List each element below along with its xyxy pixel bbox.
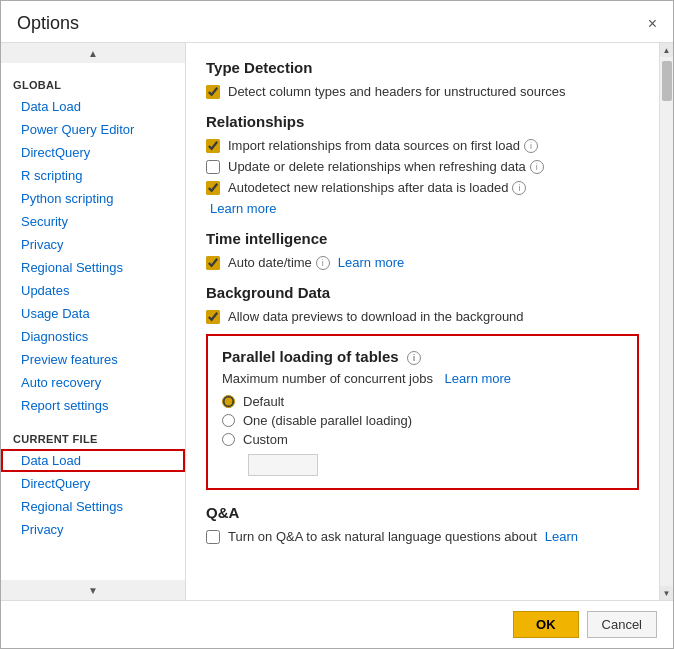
update-relationships-label: Update or delete relationships when refr… bbox=[228, 159, 526, 174]
autodetect-relationships-info-icon: i bbox=[512, 181, 526, 195]
main-scrollbar: ▲ ▼ bbox=[659, 43, 673, 600]
radio-one-row: One (disable parallel loading) bbox=[222, 413, 623, 428]
sidebar-item-r-scripting[interactable]: R scripting bbox=[1, 164, 185, 187]
type-detection-checkbox-row: Detect column types and headers for unst… bbox=[206, 84, 639, 99]
relationships-learn-more-row: Learn more bbox=[206, 201, 639, 216]
sidebar-item-usage-data[interactable]: Usage Data bbox=[1, 302, 185, 325]
dialog-title: Options bbox=[17, 13, 79, 34]
radio-one-label: One (disable parallel loading) bbox=[243, 413, 412, 428]
sidebar-item-diagnostics[interactable]: Diagnostics bbox=[1, 325, 185, 348]
qa-checkbox-row: Turn on Q&A to ask natural language ques… bbox=[206, 529, 639, 544]
update-relationships-row: Update or delete relationships when refr… bbox=[206, 159, 639, 174]
sidebar-item-regional-settings-current[interactable]: Regional Settings bbox=[1, 495, 185, 518]
parallel-loading-info-icon: i bbox=[407, 351, 421, 365]
options-dialog: Options × ▲ GLOBAL Data Load Power Query… bbox=[0, 0, 674, 649]
sidebar-item-updates[interactable]: Updates bbox=[1, 279, 185, 302]
qa-checkbox[interactable] bbox=[206, 530, 220, 544]
relationships-learn-more-link[interactable]: Learn more bbox=[210, 201, 276, 216]
parallel-loading-title: Parallel loading of tables i bbox=[222, 348, 623, 365]
sidebar-scroll-area: GLOBAL Data Load Power Query Editor Dire… bbox=[1, 63, 185, 580]
custom-jobs-input[interactable] bbox=[248, 454, 318, 476]
autodetect-relationships-row: Autodetect new relationships after data … bbox=[206, 180, 639, 195]
time-intelligence-title: Time intelligence bbox=[206, 230, 639, 247]
sidebar-item-regional-settings-global[interactable]: Regional Settings bbox=[1, 256, 185, 279]
import-relationships-row: Import relationships from data sources o… bbox=[206, 138, 639, 153]
import-relationships-checkbox[interactable] bbox=[206, 139, 220, 153]
radio-one[interactable] bbox=[222, 414, 235, 427]
radio-default-row: Default bbox=[222, 394, 623, 409]
sidebar-item-directquery-current[interactable]: DirectQuery bbox=[1, 472, 185, 495]
dialog-footer: OK Cancel bbox=[1, 600, 673, 648]
sidebar-item-python-scripting[interactable]: Python scripting bbox=[1, 187, 185, 210]
sidebar-item-power-query-editor[interactable]: Power Query Editor bbox=[1, 118, 185, 141]
import-relationships-label: Import relationships from data sources o… bbox=[228, 138, 520, 153]
sidebar-item-privacy-current[interactable]: Privacy bbox=[1, 518, 185, 541]
radio-custom[interactable] bbox=[222, 433, 235, 446]
sidebar-item-directquery-global[interactable]: DirectQuery bbox=[1, 141, 185, 164]
allow-data-previews-label: Allow data previews to download in the b… bbox=[228, 309, 524, 324]
qa-title: Q&A bbox=[206, 504, 639, 521]
update-relationships-info-icon: i bbox=[530, 160, 544, 174]
import-relationships-info-icon: i bbox=[524, 139, 538, 153]
current-file-section-label: CURRENT FILE bbox=[1, 425, 185, 449]
sidebar-item-report-settings[interactable]: Report settings bbox=[1, 394, 185, 417]
detect-column-types-label: Detect column types and headers for unst… bbox=[228, 84, 565, 99]
autodetect-relationships-checkbox[interactable] bbox=[206, 181, 220, 195]
detect-column-types-checkbox[interactable] bbox=[206, 85, 220, 99]
main-scroll-area: Type Detection Detect column types and h… bbox=[186, 43, 659, 600]
radio-custom-row: Custom bbox=[222, 432, 623, 447]
qa-label: Turn on Q&A to ask natural language ques… bbox=[228, 529, 537, 544]
parallel-loading-subtitle: Maximum number of concurrent jobs Learn … bbox=[222, 371, 623, 386]
background-data-title: Background Data bbox=[206, 284, 639, 301]
sidebar-item-auto-recovery[interactable]: Auto recovery bbox=[1, 371, 185, 394]
ok-button[interactable]: OK bbox=[513, 611, 579, 638]
time-intelligence-learn-more-link[interactable]: Learn more bbox=[338, 255, 404, 270]
sidebar-scroll-up-button[interactable]: ▲ bbox=[1, 43, 185, 63]
close-button[interactable]: × bbox=[648, 16, 657, 32]
type-detection-title: Type Detection bbox=[206, 59, 639, 76]
sidebar: ▲ GLOBAL Data Load Power Query Editor Di… bbox=[1, 43, 186, 600]
relationships-title: Relationships bbox=[206, 113, 639, 130]
radio-default-label: Default bbox=[243, 394, 284, 409]
auto-datetime-row: Auto date/time i Learn more bbox=[206, 255, 639, 270]
sidebar-item-data-load-global[interactable]: Data Load bbox=[1, 95, 185, 118]
qa-learn-link[interactable]: Learn bbox=[545, 529, 578, 544]
scrollbar-down-button[interactable]: ▼ bbox=[660, 586, 673, 600]
background-data-row: Allow data previews to download in the b… bbox=[206, 309, 639, 324]
sidebar-item-data-load-current[interactable]: Data Load bbox=[1, 449, 185, 472]
global-section-label: GLOBAL bbox=[1, 71, 185, 95]
auto-datetime-checkbox[interactable] bbox=[206, 256, 220, 270]
scrollbar-up-button[interactable]: ▲ bbox=[660, 43, 673, 57]
radio-custom-label: Custom bbox=[243, 432, 288, 447]
cancel-button[interactable]: Cancel bbox=[587, 611, 657, 638]
allow-data-previews-checkbox[interactable] bbox=[206, 310, 220, 324]
sidebar-scroll-down-button[interactable]: ▼ bbox=[1, 580, 185, 600]
parallel-loading-box: Parallel loading of tables i Maximum num… bbox=[206, 334, 639, 490]
update-relationships-checkbox[interactable] bbox=[206, 160, 220, 174]
auto-datetime-info-icon: i bbox=[316, 256, 330, 270]
sidebar-item-privacy-global[interactable]: Privacy bbox=[1, 233, 185, 256]
autodetect-relationships-label: Autodetect new relationships after data … bbox=[228, 180, 508, 195]
sidebar-item-preview-features[interactable]: Preview features bbox=[1, 348, 185, 371]
dialog-header: Options × bbox=[1, 1, 673, 43]
main-panel: Type Detection Detect column types and h… bbox=[186, 43, 673, 600]
parallel-loading-learn-more-link[interactable]: Learn more bbox=[445, 371, 511, 386]
radio-default[interactable] bbox=[222, 395, 235, 408]
sidebar-item-security[interactable]: Security bbox=[1, 210, 185, 233]
auto-datetime-label: Auto date/time bbox=[228, 255, 312, 270]
scrollbar-thumb[interactable] bbox=[662, 61, 672, 101]
dialog-body: ▲ GLOBAL Data Load Power Query Editor Di… bbox=[1, 43, 673, 600]
